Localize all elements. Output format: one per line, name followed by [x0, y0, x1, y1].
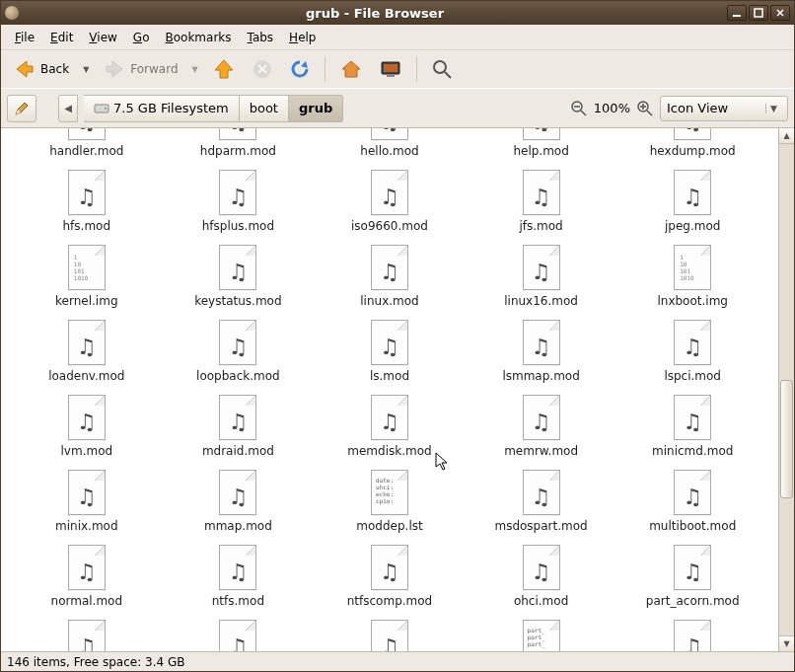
file-item[interactable]: ♫memrw.mod — [466, 389, 617, 464]
file-label: hdparm.mod — [200, 144, 276, 158]
edit-path-button[interactable] — [7, 95, 36, 122]
zoom-in-button[interactable] — [636, 100, 654, 117]
file-label: loadenv.mod — [48, 369, 124, 383]
scroll-thumb[interactable] — [780, 380, 793, 498]
file-item[interactable]: ♫ — [314, 614, 466, 651]
file-item[interactable]: ♫handler.mod — [11, 128, 163, 164]
file-item[interactable]: ♫loadenv.mod — [11, 314, 163, 389]
zoom-out-button[interactable] — [570, 100, 588, 117]
file-item[interactable]: ♫hfs.mod — [11, 164, 163, 239]
toolbar-separator — [416, 56, 417, 82]
file-item[interactable]: ♫hexdump.mod — [616, 128, 768, 164]
home-button[interactable] — [333, 54, 369, 84]
computer-icon — [379, 57, 402, 81]
file-label: lvm.mod — [61, 444, 113, 458]
chevron-down-icon: ▼ — [765, 104, 781, 113]
file-item[interactable]: ♫ntfscomp.mod — [314, 539, 466, 614]
file-item[interactable]: ♫ — [616, 614, 768, 651]
menu-file[interactable]: File — [7, 28, 42, 47]
file-item[interactable]: ♫jfs.mod — [466, 164, 617, 239]
file-icon: ♫ — [217, 393, 258, 442]
file-item[interactable]: ♫msdospart.mod — [466, 464, 617, 539]
app-icon — [5, 6, 19, 20]
file-item[interactable]: ♫ — [163, 614, 315, 651]
file-item[interactable]: ♫lvm.mod — [11, 389, 163, 464]
file-item[interactable]: ♫ls.mod — [314, 314, 466, 389]
scroll-down-button[interactable]: ▼ — [779, 635, 794, 651]
crumb-grub[interactable]: grub — [289, 95, 343, 122]
computer-button[interactable] — [373, 54, 408, 84]
file-label: part_acorn.mod — [646, 594, 740, 608]
forward-history-dropdown: ▼ — [188, 65, 202, 74]
file-label: normal.mod — [51, 594, 123, 608]
vertical-scrollbar[interactable]: ▲ ▼ — [778, 128, 794, 651]
file-icon: ♫ — [521, 128, 562, 142]
file-item[interactable]: ♫normal.mod — [11, 539, 163, 614]
file-item[interactable]: ♫minicmd.mod — [616, 389, 768, 464]
scroll-up-button[interactable]: ▲ — [779, 128, 794, 144]
file-item[interactable]: ♫loopback.mod — [163, 314, 315, 389]
file-icon: ♫ — [672, 618, 713, 651]
file-item[interactable]: part_ part_ part_ — [466, 614, 617, 651]
file-item[interactable]: ♫ohci.mod — [466, 539, 617, 614]
file-item[interactable]: ♫lsmmap.mod — [466, 314, 617, 389]
icon-view-area[interactable]: ♫handler.mod♫hdparm.mod♫hello.mod♫help.m… — [1, 128, 778, 651]
file-label: loopback.mod — [196, 369, 280, 383]
file-item[interactable]: ♫multiboot.mod — [616, 464, 768, 539]
drive-icon — [94, 102, 109, 115]
maximize-button[interactable] — [749, 5, 768, 21]
search-button[interactable] — [425, 55, 459, 83]
crumb-drive[interactable]: 7.5 GB Filesystem — [84, 95, 240, 122]
file-item[interactable]: ♫linux.mod — [314, 239, 466, 314]
file-label: hfs.mod — [63, 219, 111, 233]
menu-bookmarks[interactable]: Bookmarks — [157, 28, 239, 47]
scroll-track[interactable] — [779, 144, 794, 635]
file-item[interactable]: ♫linux16.mod — [466, 239, 617, 314]
file-item[interactable]: ♫part_acorn.mod — [616, 539, 768, 614]
file-item[interactable]: ♫hello.mod — [314, 128, 466, 164]
file-icon: ♫ — [66, 543, 108, 592]
file-icon: ♫ — [672, 393, 713, 442]
up-button[interactable] — [206, 54, 242, 84]
file-item[interactable]: ♫hfsplus.mod — [163, 164, 315, 239]
file-item[interactable]: ♫memdisk.mod — [314, 389, 466, 464]
crumb-boot[interactable]: boot — [240, 95, 289, 122]
file-item[interactable]: ♫keystatus.mod — [163, 239, 315, 314]
file-item[interactable]: ♫minix.mod — [11, 464, 163, 539]
view-mode-select[interactable]: Icon View ▼ — [660, 96, 788, 121]
main-toolbar: Back ▼ Forward ▼ — [1, 50, 794, 88]
file-icon: ♫ — [672, 468, 713, 517]
file-label: ohci.mod — [514, 594, 568, 608]
titlebar[interactable]: grub - File Browser — [1, 1, 794, 25]
home-icon — [339, 57, 363, 81]
file-item[interactable]: ♫iso9660.mod — [314, 164, 466, 239]
minimize-button[interactable] — [727, 5, 747, 21]
menu-view[interactable]: View — [81, 28, 124, 47]
menu-go[interactable]: Go — [125, 28, 158, 47]
back-button[interactable]: Back — [7, 54, 75, 84]
file-label: msdospart.mod — [494, 519, 587, 533]
file-item[interactable]: ♫lspci.mod — [616, 314, 768, 389]
crumb-drive-label: 7.5 GB Filesystem — [113, 101, 229, 115]
file-item[interactable]: ♫hdparm.mod — [163, 128, 315, 164]
menu-tabs[interactable]: Tabs — [240, 28, 282, 47]
breadcrumb-scroll-left[interactable]: ◀ — [58, 95, 78, 122]
file-item[interactable]: ♫help.mod — [466, 128, 617, 164]
svg-rect-5 — [387, 75, 395, 77]
back-history-dropdown[interactable]: ▼ — [79, 65, 93, 74]
menu-help[interactable]: Help — [281, 28, 324, 47]
file-item[interactable]: ♫ — [11, 614, 163, 651]
menu-edit[interactable]: Edit — [42, 28, 81, 47]
file-item[interactable]: ♫ntfs.mod — [163, 539, 315, 614]
file-item[interactable]: ♫mdraid.mod — [163, 389, 315, 464]
file-item[interactable]: 1 10 101 1010kernel.img — [11, 239, 163, 314]
file-icon: ♫ — [66, 318, 108, 367]
file-item[interactable]: ♫mmap.mod — [163, 464, 315, 539]
close-button[interactable] — [770, 5, 790, 21]
file-item[interactable]: 1 10 101 1010lnxboot.img — [616, 239, 768, 314]
reload-button[interactable] — [283, 55, 317, 83]
forward-arrow-icon — [103, 57, 126, 81]
file-item[interactable]: ♫jpeg.mod — [616, 164, 768, 239]
file-item[interactable]: date: uhci: echo: cpio:moddep.lst — [314, 464, 466, 539]
file-label: ntfs.mod — [212, 594, 264, 608]
